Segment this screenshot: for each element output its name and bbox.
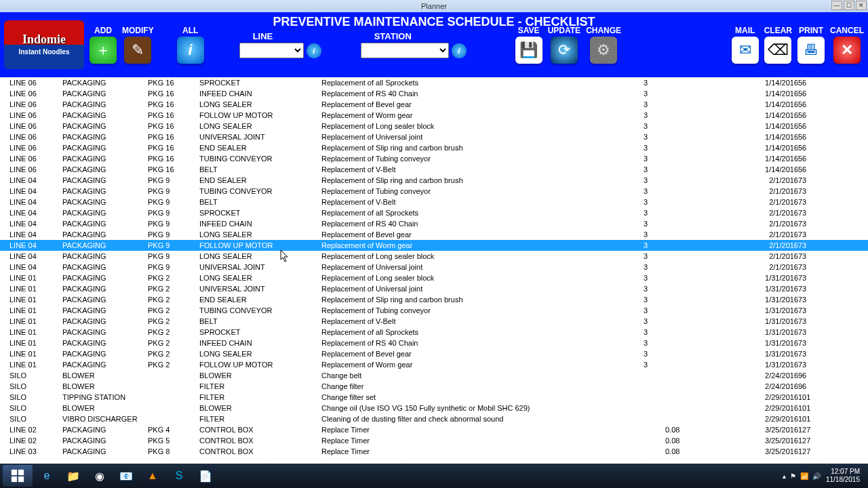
line-select[interactable]: [239, 43, 304, 58]
system-tray: ▴ ⚑ 📶 🔊 12:07 PM 11/18/2015: [783, 468, 865, 484]
line-info-icon[interactable]: i: [307, 43, 321, 58]
table-row[interactable]: LINE 01PACKAGINGPKG 2LONG SEALERReplacem…: [0, 348, 868, 359]
close-button[interactable]: ✕: [856, 1, 867, 10]
tray-flag-icon[interactable]: ⚑: [790, 472, 796, 480]
station-label: STATION: [374, 31, 412, 41]
add-button[interactable]: ＋: [90, 37, 117, 64]
table-row[interactable]: LINE 06PACKAGINGPKG 16INFEED CHAINReplac…: [0, 88, 868, 99]
table-row[interactable]: SILOBLOWERFILTERChange filter2/24/201696: [0, 381, 868, 392]
table-row[interactable]: LINE 06PACKAGINGPKG 16LONG SEALERReplace…: [0, 99, 868, 110]
table-row[interactable]: SILOBLOWERBLOWERChange oil (Use ISO VG 1…: [0, 403, 868, 413]
table-row[interactable]: LINE 06PACKAGINGPKG 16LONG SEALERReplace…: [0, 121, 868, 131]
data-grid[interactable]: LINE 06PACKAGINGPKG 16SPROCKETReplacemen…: [0, 77, 868, 464]
station-info-icon[interactable]: i: [452, 43, 467, 58]
print-label: PRINT: [799, 26, 823, 35]
tray-volume-icon[interactable]: 🔊: [812, 472, 821, 480]
toolbar: PREVENTIVE MAINTENANCE SCHEDULE - CHECKL…: [0, 12, 868, 77]
svg-rect-3: [18, 476, 24, 482]
save-label: SAVE: [518, 26, 540, 35]
svg-rect-0: [12, 470, 17, 475]
window-titlebar: Planner — ☐ ✕: [0, 0, 868, 12]
table-row[interactable]: SILOTIPPING STATIONFILTERChange filter s…: [0, 392, 868, 403]
table-row[interactable]: LINE 04PACKAGINGPKG 9LONG SEALERReplacem…: [0, 251, 868, 262]
taskbar-skype-icon[interactable]: S: [167, 466, 191, 486]
table-row[interactable]: LINE 03PACKAGINGPKG 8CONTROL BOXReplace …: [0, 446, 868, 457]
table-row[interactable]: LINE 06PACKAGINGPKG 16TUBING CONVEYORRep…: [0, 153, 868, 164]
window-title: Planner: [421, 2, 447, 10]
update-label: UPDATE: [548, 26, 580, 35]
all-label: ALL: [182, 26, 198, 35]
table-row[interactable]: LINE 01PACKAGINGPKG 2INFEED CHAINReplace…: [0, 338, 868, 348]
table-row[interactable]: LINE 02PACKAGINGPKG 4CONTROL BOXReplace …: [0, 424, 868, 435]
modify-button[interactable]: ✎: [124, 37, 151, 64]
taskbar-ie-icon[interactable]: e: [35, 466, 59, 486]
minimize-button[interactable]: —: [831, 1, 842, 10]
change-button[interactable]: ⚙: [590, 37, 617, 64]
brand-logo: Indomie Instant Noodles: [4, 20, 84, 69]
svg-rect-2: [12, 476, 17, 482]
mail-button[interactable]: ✉: [732, 37, 759, 64]
table-row[interactable]: LINE 02PACKAGINGPKG 5CONTROL BOXReplace …: [0, 435, 868, 446]
taskbar-vlc-icon[interactable]: ▲: [140, 466, 165, 486]
table-row[interactable]: LINE 04PACKAGINGPKG 9FOLLOW UP MOTORRepl…: [0, 240, 868, 251]
save-button[interactable]: 💾: [515, 37, 542, 64]
taskbar-outlook-icon[interactable]: 📧: [114, 466, 138, 486]
add-label: ADD: [94, 26, 112, 35]
table-row[interactable]: LINE 01PACKAGINGPKG 2END SEALERReplaceme…: [0, 294, 868, 305]
modify-label: MODIFY: [122, 26, 154, 35]
table-row[interactable]: LINE 01PACKAGINGPKG 2UNIVERSAL JOINTRepl…: [0, 283, 868, 294]
table-row[interactable]: LINE 04PACKAGINGPKG 9SPROCKETReplacement…: [0, 207, 868, 218]
update-button[interactable]: ⟳: [551, 37, 578, 64]
print-button[interactable]: 🖶: [797, 37, 825, 64]
tray-up-icon[interactable]: ▴: [783, 472, 786, 480]
cancel-button[interactable]: ✕: [833, 37, 861, 64]
start-button[interactable]: [3, 465, 33, 487]
table-row[interactable]: LINE 04PACKAGINGPKG 9BELTReplacement of …: [0, 197, 868, 207]
table-row[interactable]: LINE 01PACKAGINGPKG 2TUBING CONVEYORRepl…: [0, 305, 868, 316]
table-row[interactable]: LINE 06PACKAGINGPKG 16FOLLOW UP MOTORRep…: [0, 110, 868, 121]
taskbar-explorer-icon[interactable]: 📁: [61, 466, 85, 486]
table-row[interactable]: LINE 01PACKAGINGPKG 2SPROCKETReplacement…: [0, 327, 868, 338]
line-label: LINE: [253, 31, 273, 41]
table-row[interactable]: LINE 06PACKAGINGPKG 16SPROCKETReplacemen…: [0, 77, 868, 88]
table-row[interactable]: SILOVIBRO DISCHARGERFILTERCleaning of de…: [0, 413, 868, 424]
table-row[interactable]: LINE 06PACKAGINGPKG 16UNIVERSAL JOINTRep…: [0, 131, 868, 142]
table-row[interactable]: LINE 04PACKAGINGPKG 9END SEALERReplaceme…: [0, 175, 868, 186]
table-row[interactable]: LINE 04PACKAGINGPKG 9INFEED CHAINReplace…: [0, 218, 868, 229]
change-label: CHANGE: [586, 26, 621, 35]
table-row[interactable]: LINE 04PACKAGINGPKG 9UNIVERSAL JOINTRepl…: [0, 262, 868, 272]
clear-label: CLEAR: [764, 26, 792, 35]
taskbar-clock[interactable]: 12:07 PM 11/18/2015: [826, 468, 860, 484]
mail-label: MAIL: [735, 26, 755, 35]
clear-button[interactable]: ⌫: [764, 37, 791, 64]
table-row[interactable]: LINE 06PACKAGINGPKG 16BELTReplacement of…: [0, 164, 868, 175]
taskbar-chrome-icon[interactable]: ◉: [87, 466, 112, 486]
table-row[interactable]: LINE 04PACKAGINGPKG 9LONG SEALERReplacem…: [0, 229, 868, 240]
tray-network-icon[interactable]: 📶: [800, 472, 808, 480]
station-select[interactable]: [361, 43, 449, 58]
maximize-button[interactable]: ☐: [844, 1, 854, 10]
table-row[interactable]: LINE 01PACKAGINGPKG 2LONG SEALERReplacem…: [0, 272, 868, 283]
taskbar-notepad-icon[interactable]: 📄: [193, 466, 218, 486]
cancel-label: CANCEL: [830, 26, 864, 35]
table-row[interactable]: LINE 06PACKAGINGPKG 16END SEALERReplacem…: [0, 142, 868, 153]
table-row[interactable]: LINE 01PACKAGINGPKG 2BELTReplacement of …: [0, 316, 868, 327]
all-button[interactable]: i: [177, 37, 204, 64]
table-row[interactable]: LINE 04PACKAGINGPKG 9TUBING CONVEYORRepl…: [0, 186, 868, 197]
taskbar: e 📁 ◉ 📧 ▲ S 📄 ▴ ⚑ 📶 🔊 12:07 PM 11/18/201…: [0, 464, 868, 488]
table-row[interactable]: LINE 01PACKAGINGPKG 2FOLLOW UP MOTORRepl…: [0, 359, 868, 370]
table-row[interactable]: SILOBLOWERBLOWERChange belt2/24/201696: [0, 370, 868, 381]
svg-rect-1: [18, 470, 24, 475]
